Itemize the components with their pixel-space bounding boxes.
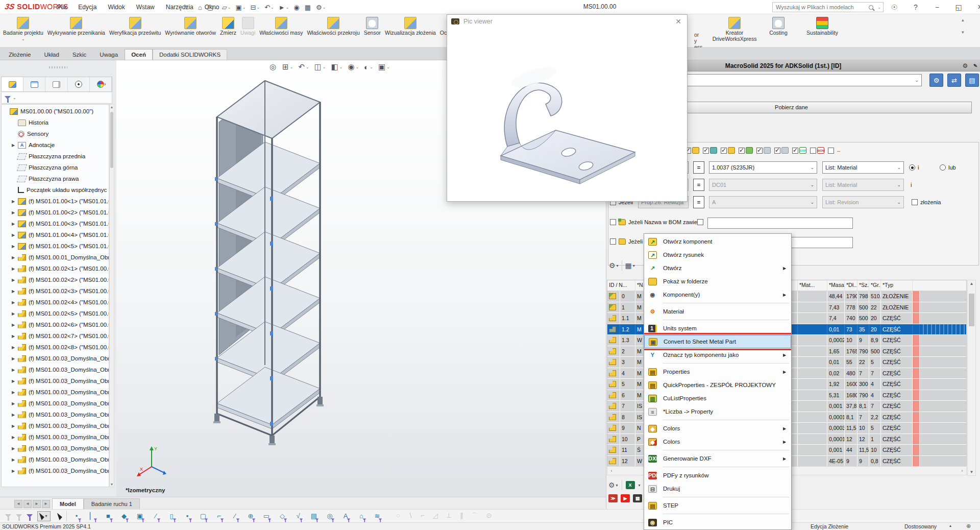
expand-arrow-icon[interactable]: ▶ [12, 323, 18, 327]
menu-open[interactable]: ↗ Otwórz ▶ [644, 261, 791, 275]
select-annotation-cursor[interactable] [57, 512, 63, 520]
tree-item[interactable]: ▶ (f) MS01.00.02<2> ("MS01.00.0 [2, 274, 109, 285]
expand-arrow-icon[interactable]: ▶ [12, 300, 18, 305]
menu-step[interactable]: ▤ STEP [644, 499, 791, 512]
tree-item[interactable]: ▶ (f) MS01.00.03_Domyślna_Obro [2, 454, 109, 465]
menu-open-drawing[interactable]: ↗ Otwórz rysunek [644, 248, 791, 261]
filter-notes-icon[interactable]: ▤ [309, 512, 318, 520]
hardware-check[interactable] [756, 147, 771, 154]
panel-settings-icon[interactable]: ⚙▾ [608, 481, 618, 489]
bom-contains-input[interactable] [707, 218, 853, 229]
tree-scrollbar[interactable]: ▲ ▼ [109, 104, 114, 487]
tree-item[interactable]: ▶ (f) MS01.00.03_Domyślna_Obro [2, 420, 109, 431]
driveworksxpress-button[interactable]: Kreator DriveWorksXpress [713, 15, 756, 42]
menu-print[interactable]: ⊟ Drukuj [644, 482, 791, 495]
expand-arrow-icon[interactable]: ▶ [12, 143, 18, 148]
tree-item[interactable]: ▶ (f) MS01.01.00<4> ("MS01.01.0 [2, 229, 109, 240]
search-input[interactable] [773, 4, 869, 10]
tab-nav-button[interactable]: ◄ [14, 500, 22, 508]
expand-arrow-icon[interactable]: ▶ [12, 345, 18, 350]
pic-viewer-window[interactable]: Pic viewer ✕ [447, 14, 688, 202]
tab-nav-button[interactable]: ► [33, 500, 41, 508]
command-tab[interactable]: Uwaga [93, 49, 125, 60]
mass-properties-button[interactable]: Właściwości masy [257, 15, 305, 36]
search-icon[interactable] [869, 5, 873, 10]
manual-icon[interactable]: ▤ [633, 494, 642, 502]
interference-detection-button[interactable]: Wykrywanie przenikania [45, 15, 107, 36]
manager-tab[interactable] [2, 77, 23, 91]
expand-arrow-icon[interactable]: ▶ [12, 413, 18, 417]
ribbon-collapse-down-icon[interactable]: ▾ [962, 30, 964, 35]
filter-datums-icon[interactable]: ◎ [325, 512, 334, 520]
save-icon[interactable]: ▣⌄ [236, 4, 246, 11]
tree-item[interactable]: ▶ (f) MS01.00.02<3> ("MS01.00.0 [2, 285, 109, 297]
hole-alignment-button[interactable]: Wyrównanie otworów [163, 15, 218, 36]
zlozenia-checkbox[interactable]: złożenia [912, 199, 941, 205]
tree-item[interactable]: ▶ (f) MS01.01.00<1> ("MS01.01.0 [2, 196, 109, 207]
filter-midpoints-icon[interactable]: ∕ [230, 512, 239, 520]
tree-item[interactable]: ▶ (f) MS01.00.02<4> ("MS01.00.0 [2, 297, 109, 308]
command-tab[interactable]: Szkic [66, 49, 93, 60]
filter-vertices-icon[interactable]: • [72, 512, 81, 520]
expand-arrow-icon[interactable]: ▶ [12, 446, 18, 451]
expand-arrow-icon[interactable]: ▶ [12, 199, 18, 204]
tree-item[interactable]: ▶ (f) MS01.00.02<6> ("MS01.00.0 [2, 319, 109, 330]
ribbon-collapse-up-icon[interactable]: ▴ [962, 17, 964, 22]
filter-annotations-icon[interactable]: A [341, 512, 350, 520]
export-settings-button[interactable]: ⚙ [929, 74, 943, 87]
expand-arrow-icon[interactable]: ▶ [12, 289, 18, 294]
section-properties-button[interactable]: Właściwości przekroju [305, 15, 361, 36]
filter-faces-icon[interactable]: ■ [104, 512, 113, 520]
section-view-icon[interactable]: ◫⌄ [314, 62, 326, 71]
menu-mark-component-type[interactable]: Y Oznacz typ komponentu jako ▶ [644, 348, 791, 362]
expand-arrow-icon[interactable]: ▶ [12, 244, 18, 249]
clear-filter-icon[interactable] [5, 514, 11, 518]
tree-item[interactable]: Początek układu współrzędnyc [2, 184, 109, 196]
bom-contains-checkbox[interactable] [697, 219, 703, 225]
command-tab[interactable]: Układ [37, 49, 65, 60]
tree-item[interactable]: ▶ (f) MS01.00.02<5> ("MS01.00.0 [2, 308, 109, 319]
manager-tab[interactable] [23, 77, 45, 91]
table-column-header[interactable]: *Dł... [845, 280, 857, 291]
toggle-filters-icon[interactable] [27, 514, 33, 518]
filter-planes-icon[interactable]: ▯ [167, 512, 176, 520]
tree-scrollbar-thumb[interactable] [110, 112, 113, 168]
help-icon[interactable]: ? [911, 3, 921, 11]
tree-item[interactable]: ▶ (f) MS01.01.00<2> ("MS01.01.0 [2, 207, 109, 218]
more-check[interactable]: ... [828, 147, 842, 154]
table-column-header[interactable]: *Typ [881, 280, 913, 291]
manager-tab[interactable] [45, 77, 67, 91]
command-tab[interactable]: Dodatki SOLIDWORKS [153, 49, 227, 60]
menu-colors-2[interactable]: ◆ Colors ▶ [644, 435, 791, 448]
filter-surface-bodies-icon[interactable]: ◆ [119, 512, 129, 520]
spreadsheet-icon[interactable]: ▦ [305, 4, 311, 11]
expand-arrow-icon[interactable]: ▶ [12, 233, 18, 237]
select-icon[interactable]: ►⌄ [279, 4, 289, 11]
radio-i[interactable]: i [909, 164, 919, 171]
table-vertical-scrollbar[interactable]: ▲▼ [967, 280, 976, 476]
expand-arrow-icon[interactable]: ▶ [12, 390, 18, 395]
user-account-icon[interactable]: ☉ [889, 3, 899, 11]
zoom-fit-icon[interactable]: ◎ [270, 62, 277, 71]
filter-routing-icon[interactable]: ≋ [373, 512, 382, 520]
design-study-button[interactable]: Badanie projektu ⌄ [1, 15, 45, 42]
manager-tab[interactable] [68, 77, 90, 91]
comments-button[interactable]: Uwagi [238, 15, 257, 36]
pic-viewer-close-icon[interactable]: ✕ [674, 17, 683, 26]
surface-check[interactable] [703, 147, 717, 154]
tree-item[interactable]: ▶ (f) MS01.00.01_Domyślna_Obro [2, 252, 109, 263]
costing-button[interactable]: Costing [756, 15, 800, 42]
filter-centerlines-icon[interactable]: ▭ [262, 512, 271, 520]
sustainability-button[interactable]: Sustainability [800, 15, 844, 42]
command-tab[interactable]: Oceń [125, 49, 153, 60]
filter-edges-icon[interactable]: ▏ [88, 512, 97, 520]
search-dropdown-icon[interactable]: ⌄ [877, 5, 881, 10]
material-list-combo[interactable]: List: Material⌄ [822, 161, 904, 174]
tree-item[interactable]: MS01.00.00 ("MS01.00.00") [2, 106, 109, 117]
tree-item[interactable]: ▶ (f) MS01.01.00<5> ("MS01.01.0 [2, 240, 109, 252]
tree-item[interactable]: ▶ (f) MS01.00.02<7> ("MS01.00.0 [2, 330, 109, 342]
material-value-combo[interactable]: 1.0037 (S235JR)⌄ [709, 161, 817, 174]
tab-nav-button[interactable]: ◄ [23, 500, 32, 508]
radio-lub[interactable]: lub [940, 164, 956, 171]
expand-arrow-icon[interactable]: ▶ [12, 424, 18, 428]
